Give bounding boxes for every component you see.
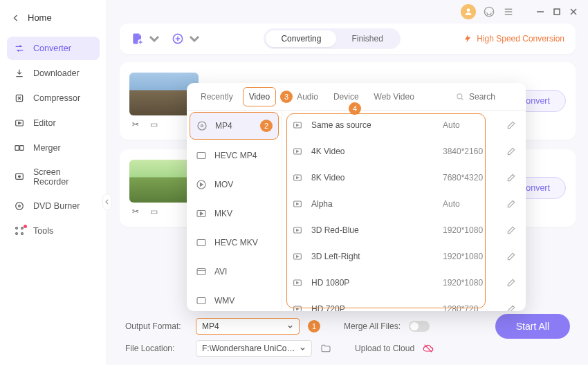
fmt-hevc-mp4[interactable]: HEVC MP4 <box>187 141 282 170</box>
converter-icon <box>14 43 25 54</box>
sidebar-item-dvd-burner[interactable]: DVD Burner <box>7 194 100 218</box>
cloud-off-icon[interactable] <box>423 343 434 354</box>
sidebar-item-merger[interactable]: Merger <box>7 136 100 160</box>
res-hd-1080p[interactable]: HD 1080P 1920*1080 <box>282 270 526 296</box>
res-name: 3D Left-Right <box>311 252 434 261</box>
sidebar-label: Compressor <box>33 93 80 103</box>
svg-rect-28 <box>197 153 205 159</box>
res-same-as-source[interactable]: Same as source Auto <box>282 112 526 138</box>
preset-icon <box>292 146 303 157</box>
output-format-label: Output Format: <box>125 321 187 331</box>
res-alpha[interactable]: Alpha Auto <box>282 191 526 217</box>
res-hd-720p[interactable]: HD 720P 1280*720 <box>282 296 526 311</box>
svg-point-16 <box>19 205 21 207</box>
fmt-wmv[interactable]: WMV <box>187 286 282 311</box>
seg-converting[interactable]: Converting <box>266 30 336 47</box>
fmt-mov[interactable]: MOV <box>187 170 282 199</box>
format-icon <box>195 207 208 220</box>
sidebar-label: Converter <box>33 44 71 53</box>
fmt-label: AVI <box>214 267 227 277</box>
res-value: Auto <box>443 199 498 209</box>
resolution-list: Same as source Auto 4K Video 3840*2160 8… <box>282 111 526 311</box>
res-name: 4K Video <box>311 147 434 156</box>
sidebar-item-screen-recorder[interactable]: Screen Recorder <box>7 161 100 193</box>
open-folder-icon[interactable] <box>320 343 331 354</box>
res-3d-left-right[interactable]: 3D Left-Right 1920*1080 <box>282 243 526 270</box>
seg-finished[interactable]: Finished <box>336 30 398 47</box>
high-speed-label: High Speed Conversion <box>477 34 564 44</box>
tab-recently[interactable]: Recently <box>195 88 239 106</box>
sidebar-item-editor[interactable]: Editor <box>7 111 100 135</box>
recorder-icon <box>14 171 25 182</box>
edit-preset-icon[interactable] <box>506 120 516 130</box>
svg-point-18 <box>21 227 24 230</box>
search-input[interactable] <box>469 92 517 102</box>
res-8k[interactable]: 8K Video 7680*4320 <box>282 165 526 191</box>
sidebar-item-downloader[interactable]: Downloader <box>7 62 100 85</box>
sidebar-item-tools[interactable]: Tools <box>7 219 100 243</box>
edit-preset-icon[interactable] <box>506 173 516 182</box>
format-icon <box>195 178 208 191</box>
res-name: 8K Video <box>311 173 434 182</box>
tab-video[interactable]: Video <box>243 87 276 106</box>
res-3d-red-blue[interactable]: 3D Red-Blue 1920*1080 <box>282 217 526 243</box>
chevron-down-icon <box>287 324 293 330</box>
add-file-button[interactable] <box>131 32 161 46</box>
bottom-bar-2: File Location: F:\Wondershare UniConvert… <box>120 340 576 358</box>
format-icon <box>195 265 208 278</box>
sidebar-label: Screen Recorder <box>33 167 93 187</box>
edit-preset-icon[interactable] <box>506 252 516 261</box>
trim-icon[interactable]: ✂ <box>132 120 139 129</box>
preset-icon <box>292 198 303 209</box>
edit-preset-icon[interactable] <box>506 225 516 235</box>
edit-preset-icon[interactable] <box>506 304 516 311</box>
sidebar-item-converter[interactable]: Converter <box>7 37 100 60</box>
svg-rect-34 <box>197 298 205 304</box>
fmt-hevc-mkv[interactable]: HEVC MKV <box>187 228 282 257</box>
tab-device[interactable]: Device <box>328 88 365 106</box>
chevron-down-icon <box>147 32 161 46</box>
merge-toggle[interactable] <box>409 321 430 332</box>
res-value: 7680*4320 <box>443 173 498 182</box>
fmt-avi[interactable]: AVI <box>187 257 282 286</box>
fmt-label: HEVC MP4 <box>214 151 257 160</box>
res-value: 1920*1080 <box>443 252 498 261</box>
svg-point-15 <box>16 203 24 210</box>
trim-icon[interactable]: ✂ <box>132 207 139 216</box>
svg-line-25 <box>461 98 463 100</box>
preset-icon <box>292 303 303 311</box>
output-format-value: MP4 <box>202 321 219 331</box>
svg-point-26 <box>198 122 206 130</box>
edit-preset-icon[interactable] <box>506 147 516 156</box>
fmt-mp4[interactable]: MP4 2 <box>190 112 279 140</box>
bottom-bar: Output Format: MP4 1 Merge All Files: St… <box>120 308 576 340</box>
start-all-button[interactable]: Start All <box>495 314 570 339</box>
tab-audio[interactable]: Audio <box>291 88 324 106</box>
output-format-select[interactable]: MP4 <box>196 318 300 335</box>
tab-web-video[interactable]: Web Video <box>369 88 420 106</box>
merger-icon <box>14 142 25 153</box>
search-icon <box>455 92 465 102</box>
svg-point-14 <box>19 176 21 178</box>
home-back[interactable]: Home <box>0 7 107 28</box>
sidebar-label: Tools <box>33 226 53 236</box>
preset-icon <box>292 277 303 288</box>
fmt-mkv[interactable]: MKV <box>187 199 282 228</box>
high-speed-badge[interactable]: High Speed Conversion <box>463 34 564 44</box>
edit-preset-icon[interactable] <box>506 199 516 209</box>
res-4k[interactable]: 4K Video 3840*2160 <box>282 138 526 165</box>
svg-point-27 <box>201 125 203 127</box>
crop-icon[interactable]: ▭ <box>150 207 158 216</box>
add-folder-button[interactable] <box>171 32 201 46</box>
popover-search[interactable] <box>455 92 517 102</box>
format-list: MP4 2 HEVC MP4 MOV MKV HEVC MKV AVI <box>187 111 282 311</box>
file-location-select[interactable]: F:\Wondershare UniConverter 1 <box>196 340 312 357</box>
fmt-label: WMV <box>214 296 235 306</box>
crop-icon[interactable]: ▭ <box>150 120 158 129</box>
sidebar-item-compressor[interactable]: Compressor <box>7 86 100 110</box>
res-name: Alpha <box>311 199 434 209</box>
edit-preset-icon[interactable] <box>506 278 516 288</box>
compressor-icon <box>14 93 25 104</box>
format-icon <box>196 120 208 132</box>
sidebar-collapse[interactable] <box>102 194 112 210</box>
